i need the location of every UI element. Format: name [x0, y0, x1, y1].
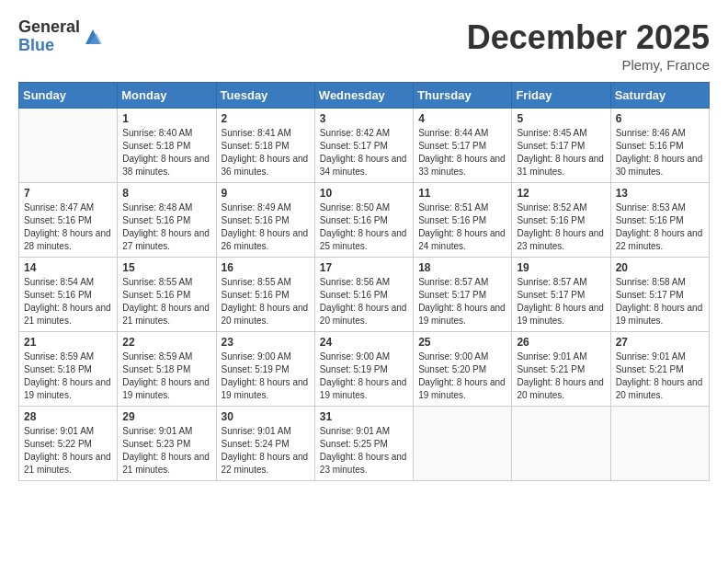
day-number: 14 — [24, 261, 112, 274]
day-number: 25 — [418, 336, 506, 349]
calendar-week-row: 21Sunrise: 8:59 AMSunset: 5:18 PMDayligh… — [19, 332, 710, 407]
cell-info: Sunrise: 8:52 AMSunset: 5:16 PMDaylight:… — [517, 201, 605, 253]
day-number: 16 — [222, 261, 310, 274]
day-number: 23 — [222, 336, 310, 349]
day-number: 10 — [320, 187, 408, 200]
day-number: 8 — [122, 187, 210, 200]
location: Plemy, France — [467, 57, 710, 73]
calendar-cell: 9Sunrise: 8:49 AMSunset: 5:16 PMDaylight… — [216, 183, 314, 258]
day-number: 13 — [616, 187, 704, 200]
cell-info: Sunrise: 9:01 AMSunset: 5:23 PMDaylight:… — [122, 425, 210, 477]
calendar-cell: 14Sunrise: 8:54 AMSunset: 5:16 PMDayligh… — [19, 258, 118, 332]
calendar-cell — [19, 109, 118, 183]
day-number: 3 — [320, 112, 408, 125]
day-number: 6 — [616, 112, 704, 125]
calendar-cell: 8Sunrise: 8:48 AMSunset: 5:16 PMDaylight… — [118, 183, 216, 258]
calendar-cell — [512, 407, 610, 481]
cell-info: Sunrise: 8:59 AMSunset: 5:18 PMDaylight:… — [24, 350, 112, 402]
cell-info: Sunrise: 8:48 AMSunset: 5:16 PMDaylight:… — [122, 201, 210, 253]
cell-info: Sunrise: 8:57 AMSunset: 5:17 PMDaylight:… — [418, 276, 506, 327]
cell-info: Sunrise: 8:53 AMSunset: 5:16 PMDaylight:… — [616, 201, 704, 253]
calendar-cell: 18Sunrise: 8:57 AMSunset: 5:17 PMDayligh… — [414, 258, 512, 332]
cell-info: Sunrise: 9:00 AMSunset: 5:19 PMDaylight:… — [320, 350, 408, 402]
cell-info: Sunrise: 8:44 AMSunset: 5:17 PMDaylight:… — [418, 127, 506, 178]
day-number: 20 — [616, 261, 704, 274]
calendar-week-row: 7Sunrise: 8:47 AMSunset: 5:16 PMDaylight… — [19, 183, 710, 258]
cell-info: Sunrise: 9:01 AMSunset: 5:22 PMDaylight:… — [24, 425, 112, 477]
day-number: 19 — [517, 261, 605, 274]
calendar-cell: 22Sunrise: 8:59 AMSunset: 5:18 PMDayligh… — [118, 332, 216, 407]
cell-info: Sunrise: 8:41 AMSunset: 5:18 PMDaylight:… — [222, 127, 310, 178]
cell-info: Sunrise: 8:49 AMSunset: 5:16 PMDaylight:… — [222, 201, 310, 253]
day-number: 22 — [122, 336, 210, 349]
calendar-cell: 13Sunrise: 8:53 AMSunset: 5:16 PMDayligh… — [610, 183, 709, 258]
cell-info: Sunrise: 8:54 AMSunset: 5:16 PMDaylight:… — [24, 276, 112, 327]
calendar-cell: 25Sunrise: 9:00 AMSunset: 5:20 PMDayligh… — [414, 332, 512, 407]
logo-icon — [82, 26, 104, 48]
day-number: 2 — [222, 112, 310, 125]
day-number: 24 — [320, 336, 408, 349]
calendar-cell: 20Sunrise: 8:58 AMSunset: 5:17 PMDayligh… — [610, 258, 709, 332]
day-number: 21 — [24, 336, 112, 349]
calendar-cell: 12Sunrise: 8:52 AMSunset: 5:16 PMDayligh… — [512, 183, 610, 258]
calendar-week-row: 1Sunrise: 8:40 AMSunset: 5:18 PMDaylight… — [19, 109, 710, 183]
calendar-cell: 15Sunrise: 8:55 AMSunset: 5:16 PMDayligh… — [118, 258, 216, 332]
cell-info: Sunrise: 9:01 AMSunset: 5:21 PMDaylight:… — [616, 350, 704, 402]
cell-info: Sunrise: 8:51 AMSunset: 5:16 PMDaylight:… — [418, 201, 506, 253]
calendar-cell: 29Sunrise: 9:01 AMSunset: 5:23 PMDayligh… — [118, 407, 216, 481]
calendar-cell: 19Sunrise: 8:57 AMSunset: 5:17 PMDayligh… — [512, 258, 610, 332]
calendar-cell: 24Sunrise: 9:00 AMSunset: 5:19 PMDayligh… — [314, 332, 413, 407]
cell-info: Sunrise: 8:59 AMSunset: 5:18 PMDaylight:… — [122, 350, 210, 402]
day-of-week-header: Thursday — [414, 83, 512, 109]
day-number: 31 — [320, 410, 408, 423]
day-number: 26 — [517, 336, 605, 349]
calendar-cell: 5Sunrise: 8:45 AMSunset: 5:17 PMDaylight… — [512, 109, 610, 183]
day-of-week-header: Sunday — [19, 83, 118, 109]
day-number: 9 — [222, 187, 310, 200]
calendar-cell — [610, 407, 709, 481]
calendar-header-row: SundayMondayTuesdayWednesdayThursdayFrid… — [19, 83, 710, 109]
calendar-cell — [414, 407, 512, 481]
day-number: 29 — [122, 410, 210, 423]
cell-info: Sunrise: 8:45 AMSunset: 5:17 PMDaylight:… — [517, 127, 605, 178]
day-number: 7 — [24, 187, 112, 200]
cell-info: Sunrise: 8:50 AMSunset: 5:16 PMDaylight:… — [320, 201, 408, 253]
cell-info: Sunrise: 9:00 AMSunset: 5:20 PMDaylight:… — [418, 350, 506, 402]
cell-info: Sunrise: 9:01 AMSunset: 5:24 PMDaylight:… — [222, 425, 310, 477]
cell-info: Sunrise: 8:40 AMSunset: 5:18 PMDaylight:… — [122, 127, 210, 178]
page-header: General Blue December 2025 Plemy, France — [18, 18, 710, 73]
day-number: 12 — [517, 187, 605, 200]
calendar-cell: 10Sunrise: 8:50 AMSunset: 5:16 PMDayligh… — [314, 183, 413, 258]
cell-info: Sunrise: 8:46 AMSunset: 5:16 PMDaylight:… — [616, 127, 704, 178]
day-number: 17 — [320, 261, 408, 274]
cell-info: Sunrise: 9:00 AMSunset: 5:19 PMDaylight:… — [222, 350, 310, 402]
day-number: 18 — [418, 261, 506, 274]
day-of-week-header: Wednesday — [314, 83, 413, 109]
day-number: 28 — [24, 410, 112, 423]
logo-blue-text: Blue — [18, 37, 80, 55]
calendar-cell: 30Sunrise: 9:01 AMSunset: 5:24 PMDayligh… — [216, 407, 314, 481]
calendar-cell: 1Sunrise: 8:40 AMSunset: 5:18 PMDaylight… — [118, 109, 216, 183]
cell-info: Sunrise: 9:01 AMSunset: 5:25 PMDaylight:… — [320, 425, 408, 477]
calendar-cell: 11Sunrise: 8:51 AMSunset: 5:16 PMDayligh… — [414, 183, 512, 258]
calendar-cell: 23Sunrise: 9:00 AMSunset: 5:19 PMDayligh… — [216, 332, 314, 407]
cell-info: Sunrise: 8:55 AMSunset: 5:16 PMDaylight:… — [222, 276, 310, 327]
day-of-week-header: Tuesday — [216, 83, 314, 109]
calendar-cell: 28Sunrise: 9:01 AMSunset: 5:22 PMDayligh… — [19, 407, 118, 481]
calendar-cell: 2Sunrise: 8:41 AMSunset: 5:18 PMDaylight… — [216, 109, 314, 183]
calendar-cell: 7Sunrise: 8:47 AMSunset: 5:16 PMDaylight… — [19, 183, 118, 258]
title-block: December 2025 Plemy, France — [467, 18, 710, 73]
logo-general-text: General — [18, 18, 80, 37]
calendar-cell: 17Sunrise: 8:56 AMSunset: 5:16 PMDayligh… — [314, 258, 413, 332]
day-number: 27 — [616, 336, 704, 349]
month-title: December 2025 — [467, 18, 710, 57]
calendar-cell: 26Sunrise: 9:01 AMSunset: 5:21 PMDayligh… — [512, 332, 610, 407]
cell-info: Sunrise: 8:56 AMSunset: 5:16 PMDaylight:… — [320, 276, 408, 327]
cell-info: Sunrise: 8:55 AMSunset: 5:16 PMDaylight:… — [122, 276, 210, 327]
day-number: 30 — [222, 410, 310, 423]
day-of-week-header: Monday — [118, 83, 216, 109]
calendar-cell: 31Sunrise: 9:01 AMSunset: 5:25 PMDayligh… — [314, 407, 413, 481]
cell-info: Sunrise: 8:47 AMSunset: 5:16 PMDaylight:… — [24, 201, 112, 253]
day-number: 4 — [418, 112, 506, 125]
day-number: 11 — [418, 187, 506, 200]
